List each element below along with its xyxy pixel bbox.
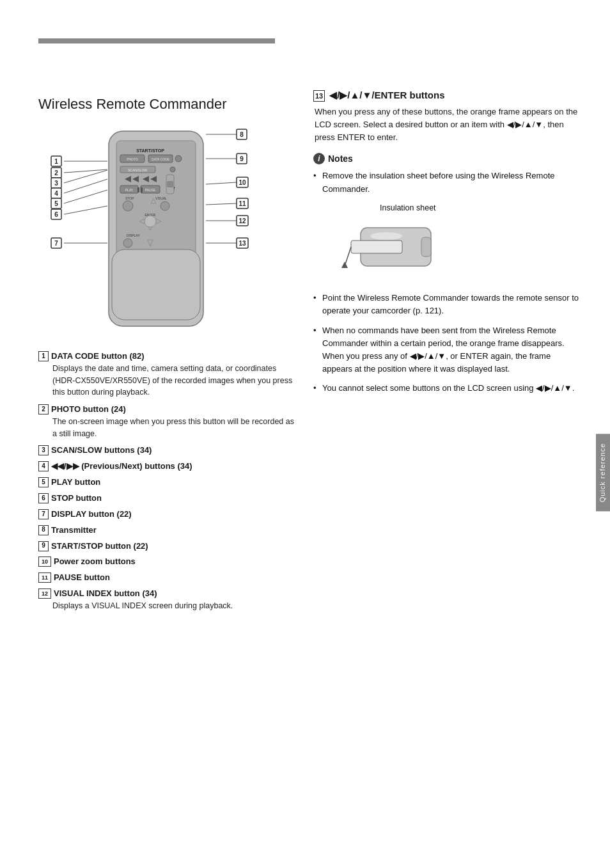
svg-text:VISUAL: VISUAL (155, 196, 167, 200)
item-7-label: DISPLAY button (22) (51, 509, 132, 521)
svg-text:6: 6 (54, 211, 58, 218)
list-item: 5 PLAY button (38, 477, 294, 489)
svg-rect-38 (112, 249, 200, 320)
item-12-desc: Displays a VISUAL INDEX screen during pl… (52, 600, 294, 612)
svg-text:11: 11 (239, 200, 246, 207)
top-bar (38, 38, 275, 43)
svg-marker-82 (341, 262, 348, 268)
list-item: 8 Transmitter (38, 525, 294, 537)
notes-icon: i (313, 153, 325, 164)
list-item: 10 Power zoom buttons (38, 556, 294, 568)
list-item: 1 DATA CODE button (82) Displays the dat… (38, 351, 294, 398)
sidebar-tab: Quick reference (596, 434, 610, 511)
list-item: 3 SCAN/SLOW buttons (34) (38, 445, 294, 457)
item-2-label: PHOTO button (24) (51, 404, 126, 416)
svg-text:1: 1 (54, 158, 58, 165)
svg-text:PAUSE: PAUSE (145, 188, 156, 192)
item-6-label: STOP button (51, 493, 102, 505)
svg-text:START/STOP: START/STOP (136, 148, 164, 153)
svg-text:DATA CODE: DATA CODE (152, 157, 170, 161)
notes-title: i Notes (313, 153, 582, 164)
item-4-label: ◀◀/▶▶ (Previous/Next) buttons (34) (51, 461, 192, 473)
svg-point-83 (370, 232, 402, 240)
list-item: 7 DISPLAY button (22) (38, 509, 294, 521)
list-item: 11 PAUSE button (38, 572, 294, 584)
bullet-item-4: You cannot select some buttons on the LC… (313, 382, 582, 395)
svg-text:12: 12 (239, 217, 246, 225)
insulation-label: Insulation sheet (380, 202, 582, 214)
svg-point-29 (160, 201, 169, 210)
svg-rect-18 (167, 181, 173, 187)
svg-text:DISPLAY: DISPLAY (127, 233, 140, 237)
page-container: Wireless Remote Commander START/STOP PHO… (0, 38, 610, 868)
item-list: 1 DATA CODE button (82) Displays the dat… (38, 351, 294, 612)
svg-point-10 (170, 167, 175, 172)
item-12-label: VISUAL INDEX button (34) (54, 588, 157, 600)
svg-text:8: 8 (240, 131, 244, 138)
svg-line-54 (64, 206, 107, 214)
list-item: 6 STOP button (38, 493, 294, 505)
svg-text:PHOTO: PHOTO (127, 157, 138, 161)
svg-rect-24 (141, 187, 143, 193)
heading-13-label: ◀/▶/▲/▼/ENTER buttons (329, 90, 444, 100)
item-5-label: PLAY button (51, 477, 100, 489)
svg-point-7 (175, 155, 182, 162)
item-2-desc: The on-screen image when you press this … (52, 416, 294, 440)
list-item: 9 START/STOP button (22) (38, 541, 294, 553)
svg-rect-79 (421, 237, 431, 256)
heading-13-para: When you press any of these buttons, the… (315, 106, 582, 144)
svg-text:4: 4 (54, 190, 58, 197)
section-heading-13: 13 ◀/▶/▲/▼/ENTER buttons (313, 90, 582, 102)
item-1-desc: Displays the date and time, camera setti… (52, 363, 294, 398)
svg-text:9: 9 (240, 155, 244, 162)
right-column: 13 ◀/▶/▲/▼/ENTER buttons When you press … (313, 90, 582, 401)
svg-line-81 (345, 247, 351, 266)
svg-text:STOP: STOP (125, 196, 134, 200)
svg-text:2: 2 (54, 170, 58, 177)
svg-point-34 (145, 216, 156, 227)
insulation-sheet-svg (341, 218, 450, 279)
svg-line-69 (206, 203, 237, 205)
item-10-label: Power zoom buttons (54, 556, 136, 568)
svg-rect-23 (137, 187, 139, 193)
svg-text:7: 7 (54, 240, 58, 247)
item-9-label: START/STOP button (22) (51, 541, 148, 553)
svg-text:10: 10 (239, 179, 246, 186)
svg-point-27 (123, 201, 133, 211)
notes-section: i Notes Remove the insulation sheet befo… (313, 153, 582, 395)
svg-text:5: 5 (54, 200, 58, 207)
list-item: 12 VISUAL INDEX button (34) Displays a V… (38, 588, 294, 612)
list-item: 2 PHOTO button (24) The on-screen image … (38, 404, 294, 439)
svg-point-36 (123, 239, 132, 248)
svg-text:PLAY: PLAY (125, 188, 134, 192)
svg-line-66 (206, 182, 237, 184)
bullet-item-1: Remove the insulation sheet before using… (313, 170, 582, 283)
svg-line-51 (64, 190, 107, 203)
bullet-item-2: Point the Wireless Remote Commander towa… (313, 292, 582, 317)
insulation-area: Insulation sheet (341, 202, 582, 283)
item-11-label: PAUSE button (54, 572, 110, 584)
list-item: 4 ◀◀/▶▶ (Previous/Next) buttons (34) (38, 461, 294, 473)
remote-svg: START/STOP PHOTO DATA CODE SCAN/SLOW (38, 122, 269, 342)
left-column: Wireless Remote Commander START/STOP PHO… (38, 90, 294, 617)
svg-text:3: 3 (54, 180, 58, 187)
svg-text:13: 13 (239, 240, 246, 247)
svg-rect-80 (351, 241, 402, 253)
svg-text:SCAN/SLOW: SCAN/SLOW (128, 168, 147, 172)
item-8-label: Transmitter (51, 525, 97, 537)
bullet-list: Remove the insulation sheet before using… (313, 170, 582, 395)
remote-diagram: START/STOP PHOTO DATA CODE SCAN/SLOW (38, 122, 269, 339)
item-3-label: SCAN/SLOW buttons (34) (51, 445, 152, 457)
item-1-label: DATA CODE button (82) (51, 351, 145, 363)
bullet-item-3: When no commands have been sent from the… (313, 324, 582, 376)
num-box-13: 13 (313, 90, 325, 102)
page-title: Wireless Remote Commander (38, 96, 294, 113)
